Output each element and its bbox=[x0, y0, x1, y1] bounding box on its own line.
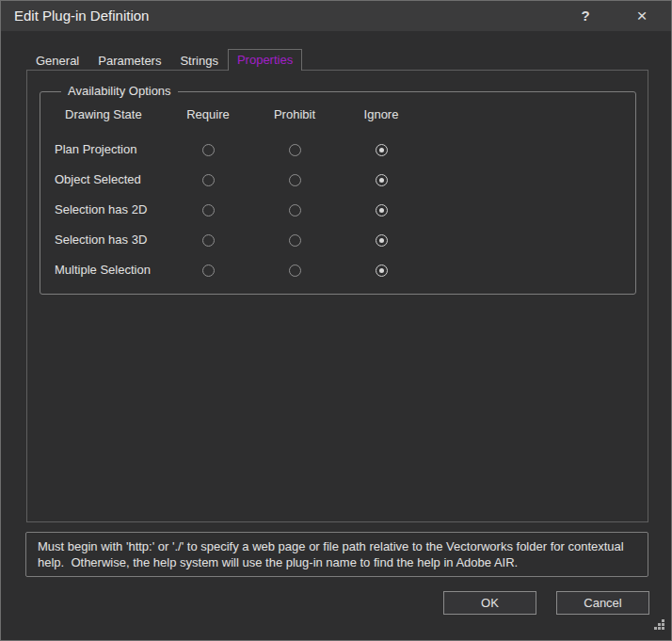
radio-plan-projection-ignore[interactable] bbox=[376, 144, 388, 156]
edit-plugin-definition-dialog: Edit Plug-in Definition ? × General Para… bbox=[0, 0, 672, 641]
column-header-ignore: Ignore bbox=[339, 107, 424, 121]
group-title: Availability Options bbox=[61, 84, 178, 98]
radio-dot bbox=[379, 148, 384, 152]
radio-object-selected-prohibit[interactable] bbox=[289, 174, 301, 186]
properties-tab-panel: Availability Options Drawing State Requi… bbox=[26, 70, 648, 522]
column-header-drawing-state: Drawing State bbox=[65, 107, 142, 121]
row-label-object-selected: Object Selected bbox=[55, 170, 141, 189]
radio-dot bbox=[379, 208, 384, 213]
radio-object-selected-require[interactable] bbox=[202, 174, 215, 186]
radio-object-selected-ignore[interactable] bbox=[376, 174, 388, 186]
column-header-require: Require bbox=[166, 107, 250, 121]
radio-selection-3d-prohibit[interactable] bbox=[289, 234, 301, 247]
contextual-help-hint-box: Must begin with 'http:' or './' to speci… bbox=[25, 532, 648, 577]
radio-dot bbox=[379, 178, 384, 183]
dialog-title: Edit Plug-in Definition bbox=[14, 1, 149, 31]
availability-row: Multiple Selection bbox=[40, 261, 635, 280]
radio-multiple-selection-require[interactable] bbox=[202, 264, 215, 277]
radio-selection-3d-require[interactable] bbox=[202, 234, 215, 247]
availability-row: Selection has 3D bbox=[40, 231, 635, 249]
radio-selection-2d-prohibit[interactable] bbox=[289, 204, 301, 216]
ok-button[interactable]: OK bbox=[443, 591, 536, 615]
hint-text: Must begin with 'http:' or './' to speci… bbox=[38, 538, 638, 570]
radio-multiple-selection-prohibit[interactable] bbox=[289, 264, 301, 277]
cancel-button[interactable]: Cancel bbox=[556, 591, 649, 615]
radio-multiple-selection-ignore[interactable] bbox=[376, 264, 388, 277]
close-icon[interactable]: × bbox=[624, 1, 660, 31]
availability-row: Plan Projection bbox=[40, 140, 635, 159]
tab-properties[interactable]: Properties bbox=[228, 49, 302, 71]
radio-selection-2d-require[interactable] bbox=[202, 204, 215, 216]
row-label-plan-projection: Plan Projection bbox=[55, 140, 136, 159]
radio-dot bbox=[379, 268, 384, 273]
tab-strings[interactable]: Strings bbox=[170, 51, 227, 71]
availability-row: Object Selected bbox=[40, 170, 635, 189]
row-label-multiple-selection: Multiple Selection bbox=[55, 261, 151, 280]
radio-selection-2d-ignore[interactable] bbox=[376, 204, 388, 216]
resize-grip-icon[interactable] bbox=[654, 619, 664, 630]
availability-options-group: Availability Options Drawing State Requi… bbox=[40, 91, 636, 295]
tab-bar: General Parameters Strings Properties bbox=[26, 49, 302, 71]
row-label-selection-has-3d: Selection has 3D bbox=[55, 231, 147, 249]
radio-dot bbox=[379, 238, 384, 243]
radio-plan-projection-prohibit[interactable] bbox=[289, 144, 301, 156]
titlebar[interactable]: Edit Plug-in Definition ? × bbox=[1, 1, 671, 31]
help-icon[interactable]: ? bbox=[568, 1, 603, 31]
tab-parameters[interactable]: Parameters bbox=[88, 51, 170, 71]
radio-selection-3d-ignore[interactable] bbox=[376, 234, 388, 247]
availability-row: Selection has 2D bbox=[40, 200, 635, 219]
column-header-prohibit: Prohibit bbox=[252, 107, 337, 121]
row-label-selection-has-2d: Selection has 2D bbox=[55, 200, 147, 219]
radio-plan-projection-require[interactable] bbox=[202, 144, 215, 156]
tab-general[interactable]: General bbox=[26, 51, 88, 71]
